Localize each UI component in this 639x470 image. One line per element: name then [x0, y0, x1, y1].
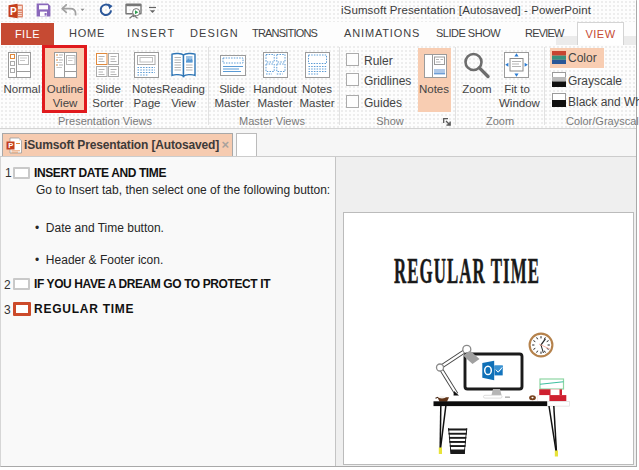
svg-text:P: P	[8, 141, 13, 150]
svg-text:P: P	[10, 6, 17, 17]
svg-text:REGULAR TIME: REGULAR TIME	[394, 251, 540, 291]
